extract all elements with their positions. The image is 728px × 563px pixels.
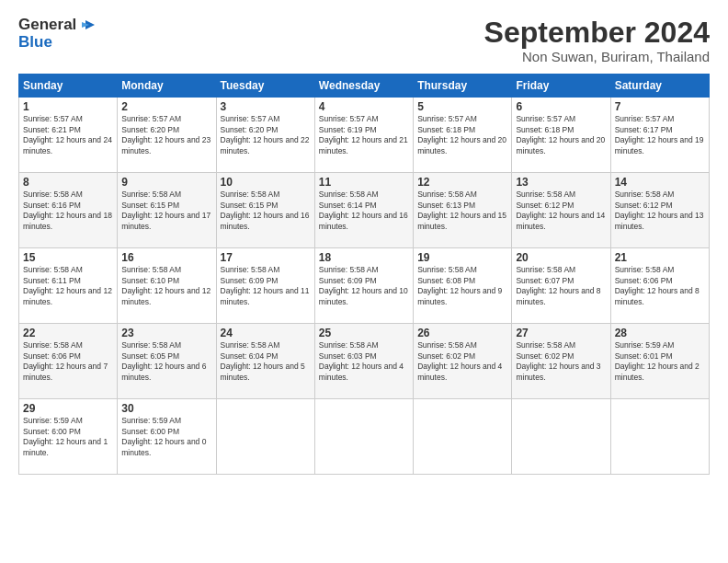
col-thursday: Thursday — [414, 75, 512, 98]
table-row: 14 Sunrise: 5:58 AM Sunset: 6:12 PM Dayl… — [610, 173, 709, 248]
day-detail: Sunrise: 5:57 AM Sunset: 6:21 PM Dayligh… — [23, 114, 113, 156]
day-detail: Sunrise: 5:58 AM Sunset: 6:09 PM Dayligh… — [319, 265, 409, 307]
table-row — [216, 399, 314, 475]
table-row: 24 Sunrise: 5:58 AM Sunset: 6:04 PM Dayl… — [216, 324, 314, 399]
table-row: 29 Sunrise: 5:59 AM Sunset: 6:00 PM Dayl… — [19, 399, 118, 475]
calendar-week-row: 8 Sunrise: 5:58 AM Sunset: 6:16 PM Dayli… — [19, 173, 710, 248]
table-row: 7 Sunrise: 5:57 AM Sunset: 6:17 PM Dayli… — [610, 98, 709, 173]
day-number: 6 — [516, 100, 606, 113]
day-detail: Sunrise: 5:58 AM Sunset: 6:03 PM Dayligh… — [319, 340, 409, 383]
day-number: 30 — [121, 402, 211, 415]
table-row: 16 Sunrise: 5:58 AM Sunset: 6:10 PM Dayl… — [118, 248, 216, 324]
col-wednesday: Wednesday — [314, 75, 413, 98]
table-row: 8 Sunrise: 5:58 AM Sunset: 6:16 PM Dayli… — [19, 173, 118, 248]
day-number: 29 — [23, 402, 113, 415]
table-row: 10 Sunrise: 5:58 AM Sunset: 6:15 PM Dayl… — [216, 173, 314, 248]
day-number: 8 — [23, 176, 113, 189]
col-sunday: Sunday — [19, 75, 118, 98]
day-detail: Sunrise: 5:58 AM Sunset: 6:15 PM Dayligh… — [121, 190, 211, 232]
day-detail: Sunrise: 5:58 AM Sunset: 6:14 PM Dayligh… — [319, 190, 409, 232]
day-number: 18 — [319, 251, 409, 264]
day-detail: Sunrise: 5:58 AM Sunset: 6:08 PM Dayligh… — [417, 265, 507, 307]
day-detail: Sunrise: 5:58 AM Sunset: 6:13 PM Dayligh… — [417, 190, 507, 232]
table-row: 2 Sunrise: 5:57 AM Sunset: 6:20 PM Dayli… — [118, 98, 216, 173]
table-row: 3 Sunrise: 5:57 AM Sunset: 6:20 PM Dayli… — [216, 98, 314, 173]
table-row: 17 Sunrise: 5:58 AM Sunset: 6:09 PM Dayl… — [216, 248, 314, 324]
table-row: 6 Sunrise: 5:57 AM Sunset: 6:18 PM Dayli… — [512, 98, 610, 173]
day-detail: Sunrise: 5:57 AM Sunset: 6:18 PM Dayligh… — [516, 114, 606, 156]
table-row: 25 Sunrise: 5:58 AM Sunset: 6:03 PM Dayl… — [314, 324, 413, 399]
day-number: 14 — [615, 176, 705, 189]
col-friday: Friday — [512, 75, 610, 98]
logo-bird-icon — [78, 17, 95, 33]
day-number: 1 — [23, 100, 113, 113]
day-detail: Sunrise: 5:59 AM Sunset: 6:00 PM Dayligh… — [23, 416, 113, 458]
day-detail: Sunrise: 5:58 AM Sunset: 6:06 PM Dayligh… — [23, 340, 113, 383]
page: General Blue September 2024 Non Suwan, B… — [0, 0, 728, 563]
calendar-table: Sunday Monday Tuesday Wednesday Thursday… — [18, 74, 710, 475]
table-row — [314, 399, 413, 475]
logo-blue: Blue — [18, 34, 95, 52]
table-row — [610, 399, 709, 475]
table-row — [414, 399, 512, 475]
table-row: 30 Sunrise: 5:59 AM Sunset: 6:00 PM Dayl… — [118, 399, 216, 475]
day-number: 16 — [121, 251, 211, 264]
day-detail: Sunrise: 5:58 AM Sunset: 6:09 PM Dayligh… — [221, 265, 311, 307]
table-row: 9 Sunrise: 5:58 AM Sunset: 6:15 PM Dayli… — [118, 173, 216, 248]
calendar-week-row: 15 Sunrise: 5:58 AM Sunset: 6:11 PM Dayl… — [19, 248, 710, 324]
table-row — [512, 399, 610, 475]
day-number: 4 — [319, 100, 409, 113]
calendar-week-row: 1 Sunrise: 5:57 AM Sunset: 6:21 PM Dayli… — [19, 98, 710, 173]
day-detail: Sunrise: 5:58 AM Sunset: 6:16 PM Dayligh… — [23, 190, 113, 232]
table-row: 28 Sunrise: 5:59 AM Sunset: 6:01 PM Dayl… — [610, 324, 709, 399]
col-saturday: Saturday — [610, 75, 709, 98]
day-detail: Sunrise: 5:58 AM Sunset: 6:02 PM Dayligh… — [417, 340, 507, 383]
title-block: September 2024 Non Suwan, Buriram, Thail… — [484, 17, 710, 64]
logo: General Blue — [18, 17, 95, 51]
day-detail: Sunrise: 5:58 AM Sunset: 6:06 PM Dayligh… — [615, 265, 705, 307]
day-detail: Sunrise: 5:59 AM Sunset: 6:01 PM Dayligh… — [615, 340, 705, 383]
day-number: 2 — [121, 100, 211, 113]
day-number: 19 — [417, 251, 507, 264]
calendar-week-row: 29 Sunrise: 5:59 AM Sunset: 6:00 PM Dayl… — [19, 399, 710, 475]
table-row: 23 Sunrise: 5:58 AM Sunset: 6:05 PM Dayl… — [118, 324, 216, 399]
day-number: 23 — [121, 327, 211, 339]
day-number: 7 — [615, 100, 705, 113]
table-row: 1 Sunrise: 5:57 AM Sunset: 6:21 PM Dayli… — [19, 98, 118, 173]
day-number: 26 — [417, 327, 507, 339]
day-detail: Sunrise: 5:58 AM Sunset: 6:04 PM Dayligh… — [221, 340, 311, 383]
day-detail: Sunrise: 5:58 AM Sunset: 6:02 PM Dayligh… — [516, 340, 606, 383]
day-number: 9 — [121, 176, 211, 189]
table-row: 20 Sunrise: 5:58 AM Sunset: 6:07 PM Dayl… — [512, 248, 610, 324]
day-number: 10 — [221, 176, 311, 189]
day-number: 17 — [221, 251, 311, 264]
day-detail: Sunrise: 5:59 AM Sunset: 6:00 PM Dayligh… — [121, 416, 211, 458]
day-number: 11 — [319, 176, 409, 189]
table-row: 18 Sunrise: 5:58 AM Sunset: 6:09 PM Dayl… — [314, 248, 413, 324]
header-row: Sunday Monday Tuesday Wednesday Thursday… — [19, 75, 710, 98]
day-number: 15 — [23, 251, 113, 264]
day-number: 3 — [221, 100, 311, 113]
table-row: 21 Sunrise: 5:58 AM Sunset: 6:06 PM Dayl… — [610, 248, 709, 324]
table-row: 12 Sunrise: 5:58 AM Sunset: 6:13 PM Dayl… — [414, 173, 512, 248]
table-row: 15 Sunrise: 5:58 AM Sunset: 6:11 PM Dayl… — [19, 248, 118, 324]
day-detail: Sunrise: 5:57 AM Sunset: 6:20 PM Dayligh… — [221, 114, 311, 156]
table-row: 22 Sunrise: 5:58 AM Sunset: 6:06 PM Dayl… — [19, 324, 118, 399]
logo-general: General — [18, 17, 76, 34]
day-detail: Sunrise: 5:57 AM Sunset: 6:19 PM Dayligh… — [319, 114, 409, 156]
day-number: 5 — [417, 100, 507, 113]
table-row: 13 Sunrise: 5:58 AM Sunset: 6:12 PM Dayl… — [512, 173, 610, 248]
day-number: 20 — [516, 251, 606, 264]
table-row: 5 Sunrise: 5:57 AM Sunset: 6:18 PM Dayli… — [414, 98, 512, 173]
day-detail: Sunrise: 5:58 AM Sunset: 6:05 PM Dayligh… — [121, 340, 211, 383]
table-row: 26 Sunrise: 5:58 AM Sunset: 6:02 PM Dayl… — [414, 324, 512, 399]
day-detail: Sunrise: 5:58 AM Sunset: 6:12 PM Dayligh… — [516, 190, 606, 232]
day-number: 12 — [417, 176, 507, 189]
day-number: 13 — [516, 176, 606, 189]
day-number: 24 — [221, 327, 311, 339]
col-tuesday: Tuesday — [216, 75, 314, 98]
table-row: 4 Sunrise: 5:57 AM Sunset: 6:19 PM Dayli… — [314, 98, 413, 173]
day-number: 28 — [615, 327, 705, 339]
day-number: 22 — [23, 327, 113, 339]
table-row: 27 Sunrise: 5:58 AM Sunset: 6:02 PM Dayl… — [512, 324, 610, 399]
